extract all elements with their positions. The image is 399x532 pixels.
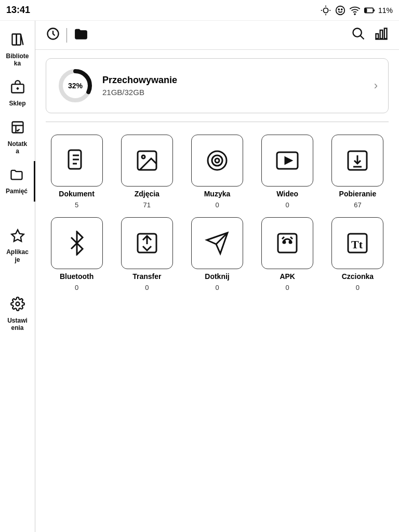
file-item-apk[interactable]: APK 0 bbox=[257, 217, 318, 291]
apk-icon-box bbox=[261, 217, 313, 269]
muzyka-label: Muzyka bbox=[204, 190, 231, 198]
sidebar-item-sklep[interactable]: Sklep bbox=[0, 74, 35, 114]
apps-icon bbox=[10, 229, 25, 247]
svg-rect-24 bbox=[384, 28, 387, 38]
battery-percent: 11% bbox=[378, 6, 393, 15]
smiley-icon bbox=[335, 5, 346, 16]
svg-line-50 bbox=[290, 237, 292, 239]
toolbar-left bbox=[46, 26, 89, 45]
main-layout: Biblioteka Sklep Notatka Pamięć Aplikacj bbox=[0, 21, 399, 532]
svg-point-20 bbox=[353, 28, 362, 36]
transfer-label: Transfer bbox=[132, 272, 161, 281]
zdjecia-count: 71 bbox=[143, 201, 151, 209]
folder-icon bbox=[9, 167, 24, 185]
history-icon[interactable] bbox=[46, 26, 60, 44]
svg-line-49 bbox=[282, 237, 284, 239]
dokument-count: 5 bbox=[75, 201, 78, 209]
storage-donut: 32% bbox=[57, 67, 94, 104]
folder-tab-icon[interactable] bbox=[73, 26, 89, 45]
file-item-pobieranie[interactable]: Pobieranie 67 bbox=[327, 135, 389, 209]
file-item-dokument[interactable]: Dokument 5 bbox=[46, 135, 108, 209]
sidebar-item-aplikacje[interactable]: Aplikacje bbox=[0, 222, 35, 270]
status-bar: 13:41 11% bbox=[0, 0, 399, 21]
svg-point-18 bbox=[16, 302, 19, 306]
storage-chevron-icon: › bbox=[374, 79, 378, 92]
bluetooth-label: Bluetooth bbox=[60, 272, 94, 281]
pobieranie-label: Pobieranie bbox=[339, 190, 377, 198]
czcionka-icon-box: Tt bbox=[331, 217, 383, 269]
sidebar-item-notatka[interactable]: Notatka bbox=[0, 114, 35, 162]
file-item-wideo[interactable]: Wideo 0 bbox=[257, 135, 318, 209]
svg-point-6 bbox=[338, 9, 339, 10]
toolbar-divider bbox=[66, 28, 67, 43]
settings-icon bbox=[10, 297, 25, 315]
svg-point-35 bbox=[215, 158, 219, 163]
svg-point-34 bbox=[208, 151, 227, 170]
content-area: 32% Przechowywanie 21GB/32GB › Dokument … bbox=[35, 21, 399, 532]
wideo-icon-box bbox=[261, 135, 313, 187]
sidebar: Biblioteka Sklep Notatka Pamięć Aplikacj bbox=[0, 21, 35, 532]
sidebar-label-pamiec: Pamięć bbox=[6, 188, 28, 195]
sidebar-item-biblioteka[interactable]: Biblioteka bbox=[0, 26, 35, 74]
svg-point-8 bbox=[354, 14, 355, 15]
sidebar-item-ustawienia[interactable]: Ustawienia bbox=[0, 290, 35, 338]
toolbar bbox=[35, 21, 399, 50]
section-divider bbox=[46, 122, 389, 122]
dotknij-label: Dotknij bbox=[205, 272, 229, 281]
svg-point-47 bbox=[283, 241, 285, 243]
file-grid: Dokument 5 Zdjęcia 71 Muzyka 0 bbox=[35, 126, 399, 300]
svg-rect-11 bbox=[12, 34, 16, 45]
note-icon bbox=[10, 120, 25, 138]
file-item-transfer[interactable]: Transfer 0 bbox=[116, 217, 178, 291]
book-icon bbox=[10, 32, 25, 50]
svg-line-21 bbox=[361, 35, 364, 39]
status-icons: 11% bbox=[320, 5, 393, 16]
muzyka-icon-box bbox=[191, 135, 243, 187]
sidebar-item-pamiec[interactable]: Pamięć bbox=[0, 161, 35, 201]
svg-point-48 bbox=[289, 241, 291, 243]
wideo-label: Wideo bbox=[276, 190, 298, 198]
search-icon[interactable] bbox=[351, 26, 366, 44]
storage-title: Przechowywanie bbox=[102, 75, 177, 86]
file-item-bluetooth[interactable]: Bluetooth 0 bbox=[46, 217, 108, 291]
apk-count: 0 bbox=[286, 284, 289, 291]
svg-rect-10 bbox=[365, 8, 367, 11]
sidebar-label-notatka: Notatka bbox=[8, 140, 27, 155]
svg-point-36 bbox=[212, 155, 222, 166]
dotknij-icon-box bbox=[191, 217, 243, 269]
apk-label: APK bbox=[280, 272, 295, 281]
storage-info: Przechowywanie 21GB/32GB bbox=[102, 75, 177, 97]
sidebar-label-aplikacje: Aplikacje bbox=[6, 248, 29, 263]
file-item-dotknij[interactable]: Dotknij 0 bbox=[186, 217, 248, 291]
zdjecia-label: Zdjęcia bbox=[135, 190, 159, 198]
svg-rect-46 bbox=[278, 234, 297, 252]
transfer-count: 0 bbox=[145, 284, 149, 291]
file-item-zdjecia[interactable]: Zdjęcia 71 bbox=[116, 135, 178, 209]
pobieranie-icon-box bbox=[331, 135, 383, 187]
sidebar-label-biblioteka: Biblioteka bbox=[6, 52, 29, 68]
transfer-icon-box bbox=[121, 217, 173, 269]
dotknij-count: 0 bbox=[215, 284, 219, 291]
czcionka-count: 0 bbox=[356, 284, 360, 291]
file-item-czcionka[interactable]: Tt Czcionka 0 bbox=[327, 217, 389, 291]
dokument-icon-box bbox=[51, 135, 103, 187]
zdjecia-icon-box bbox=[121, 135, 173, 187]
czcionka-label: Czcionka bbox=[342, 272, 374, 281]
wideo-count: 0 bbox=[286, 201, 289, 209]
pobieranie-count: 67 bbox=[354, 201, 361, 209]
sidebar-label-sklep: Sklep bbox=[9, 100, 25, 107]
svg-rect-22 bbox=[376, 34, 379, 38]
lightbulb-icon bbox=[320, 5, 331, 16]
wifi-icon bbox=[349, 5, 361, 16]
storage-card[interactable]: 32% Przechowywanie 21GB/32GB › bbox=[46, 58, 389, 113]
file-item-muzyka[interactable]: Muzyka 0 bbox=[186, 135, 248, 209]
toolbar-right bbox=[351, 26, 389, 44]
stats-icon[interactable] bbox=[374, 26, 389, 44]
svg-rect-23 bbox=[380, 30, 383, 38]
sidebar-label-ustawienia: Ustawienia bbox=[7, 317, 28, 332]
svg-point-33 bbox=[142, 155, 145, 158]
svg-point-7 bbox=[341, 9, 342, 10]
storage-left: 32% Przechowywanie 21GB/32GB bbox=[57, 67, 177, 104]
status-time: 13:41 bbox=[6, 5, 30, 16]
svg-marker-38 bbox=[285, 157, 291, 164]
